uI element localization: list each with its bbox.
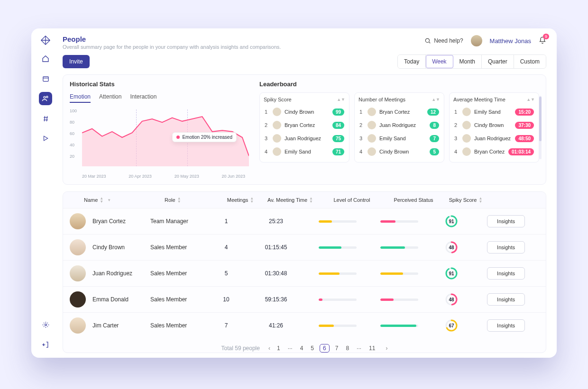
- insights-button[interactable]: Insights: [487, 241, 525, 253]
- table-row: Bryan CortezTeam Manager125:2391Insights: [63, 208, 546, 234]
- pager-prev[interactable]: ‹: [268, 345, 270, 352]
- level-of-control-bar: [319, 325, 357, 327]
- avatar: [368, 147, 376, 156]
- invite-button[interactable]: Invite: [63, 55, 90, 68]
- help-link[interactable]: Need help?: [424, 37, 463, 44]
- nav-home-icon[interactable]: [39, 52, 52, 65]
- time-range-custom[interactable]: Custom: [514, 55, 546, 68]
- pager-page[interactable]: 5: [309, 344, 316, 353]
- sort-icon[interactable]: ▲▼: [100, 197, 103, 203]
- leaderboard-row[interactable]: 1Cindy Brown99: [264, 105, 345, 118]
- pager-page[interactable]: 6: [320, 344, 330, 353]
- spiky-score-ring: 91: [445, 215, 458, 227]
- sort-icon[interactable]: ▲▼: [250, 197, 254, 203]
- user-name[interactable]: Matthew Jonas: [490, 37, 531, 45]
- pager-page[interactable]: 1: [275, 344, 282, 353]
- time-range-month[interactable]: Month: [453, 55, 482, 68]
- pager-page[interactable]: 7: [333, 344, 340, 353]
- leaderboard-row[interactable]: 4Bryan Cortez01:03:14: [453, 145, 535, 158]
- user-avatar[interactable]: [471, 35, 482, 46]
- leaderboard-title: Leaderboard: [259, 81, 539, 88]
- sort-icon[interactable]: ▲▼: [432, 97, 440, 102]
- person-role: Team Manager: [150, 218, 207, 225]
- score-pill: 7: [430, 135, 439, 142]
- notifications-icon[interactable]: 9: [539, 36, 546, 45]
- meetings-count: 4: [207, 244, 245, 251]
- avatar: [368, 134, 376, 143]
- chart-x-axis: 20 Mar 202320 Apr 202320 May 202320 Jun …: [70, 174, 250, 179]
- avg-meeting-time: 59:15:36: [245, 296, 307, 303]
- logout-icon[interactable]: [39, 338, 52, 351]
- person-role: Sales Member: [150, 244, 207, 251]
- avatar: [368, 108, 376, 116]
- person-name[interactable]: Jim Carter: [92, 322, 150, 329]
- scrollbar[interactable]: [539, 96, 542, 159]
- leaderboard-row[interactable]: 2Bryan Cortez84: [264, 118, 345, 132]
- nav-play-icon[interactable]: [39, 132, 52, 145]
- score-pill: 71: [332, 148, 344, 155]
- person-name[interactable]: Juan Rodriguez: [92, 270, 150, 277]
- leaderboard-row[interactable]: 3Juan Rodriguez75: [264, 132, 345, 145]
- historical-tab-interaction[interactable]: Interaction: [130, 93, 156, 103]
- perceived-status-bar: [380, 272, 418, 275]
- historical-tab-attention[interactable]: Attention: [99, 93, 121, 103]
- insights-button[interactable]: Insights: [487, 293, 525, 306]
- avatar: [273, 147, 281, 156]
- person-name[interactable]: Cindy Brown: [92, 244, 150, 251]
- avatar: [70, 239, 86, 255]
- avg-meeting-time: 25:23: [245, 218, 307, 225]
- time-range-today[interactable]: Today: [398, 55, 426, 68]
- leaderboard-row[interactable]: 2Cindy Brown37:30: [453, 118, 535, 132]
- score-pill: 75: [332, 135, 344, 142]
- leaderboard-row[interactable]: 1Bryan Cortez12: [358, 105, 440, 118]
- pager-page[interactable]: 4: [298, 344, 305, 353]
- leaderboard-row[interactable]: 3Juan Rodriguez48:50: [453, 132, 535, 145]
- person-name[interactable]: Bryan Cortez: [92, 218, 150, 225]
- avatar: [70, 291, 86, 308]
- nav-meetings-icon[interactable]: [39, 72, 52, 85]
- person-role: Sales Member: [150, 270, 207, 277]
- meetings-count: 1: [207, 218, 245, 225]
- spiky-score-ring: 48: [445, 241, 458, 253]
- leaderboard-row[interactable]: 4Emily Sand71: [264, 145, 345, 158]
- spiky-score-ring: 67: [445, 319, 458, 332]
- avatar: [70, 213, 86, 229]
- sort-icon[interactable]: ▲▼: [478, 197, 482, 203]
- time-range-quarter[interactable]: Quarter: [482, 55, 514, 68]
- meetings-count: 7: [207, 322, 245, 329]
- insights-button[interactable]: Insights: [487, 215, 525, 227]
- table-row: Juan RodriguezSales Member501:30:4891Ins…: [63, 260, 546, 286]
- score-pill: 01:03:14: [508, 148, 534, 155]
- avatar: [462, 147, 471, 156]
- leaderboard-row[interactable]: 1Emily Sand15:20: [453, 105, 535, 118]
- score-pill: 37:30: [515, 122, 534, 129]
- filter-icon[interactable]: ▼: [107, 199, 111, 202]
- sort-icon[interactable]: ▲▼: [309, 197, 313, 203]
- pager-page[interactable]: 8: [344, 344, 351, 353]
- perceived-status-bar: [380, 220, 418, 223]
- avatar: [462, 134, 471, 143]
- sort-icon[interactable]: ▲▼: [177, 197, 181, 203]
- emotion-chart: 10080604020 Emotion 20% increased: [70, 106, 250, 172]
- pager-next[interactable]: ›: [386, 345, 387, 352]
- sort-icon[interactable]: ▲▼: [526, 97, 535, 102]
- settings-icon[interactable]: [39, 318, 52, 331]
- insights-button[interactable]: Insights: [487, 267, 525, 280]
- perceived-status-bar: [380, 325, 418, 327]
- leaderboard-row[interactable]: 3Emily Sand7: [358, 132, 440, 145]
- leaderboard-col: Average Meeting Time▲▼1Emily Sand15:202C…: [449, 92, 539, 163]
- leaderboard-row[interactable]: 2Juan Rodriguez8: [358, 118, 440, 132]
- time-range-week[interactable]: Week: [426, 55, 453, 68]
- nav-people-icon[interactable]: [39, 92, 52, 105]
- leaderboard-row[interactable]: 4Cindy Brown5: [358, 145, 440, 158]
- person-name[interactable]: Emma Donald: [92, 296, 150, 303]
- nav-hash-icon[interactable]: [39, 112, 52, 125]
- insights-button[interactable]: Insights: [487, 319, 525, 332]
- sort-icon[interactable]: ▲▼: [337, 97, 345, 102]
- avatar: [462, 121, 471, 129]
- pager-ellipsis: ···: [355, 344, 363, 353]
- spiky-score-ring: 91: [445, 267, 458, 280]
- historical-tab-emotion[interactable]: Emotion: [70, 93, 91, 103]
- pager-page[interactable]: 11: [367, 344, 377, 353]
- score-pill: 99: [332, 109, 344, 116]
